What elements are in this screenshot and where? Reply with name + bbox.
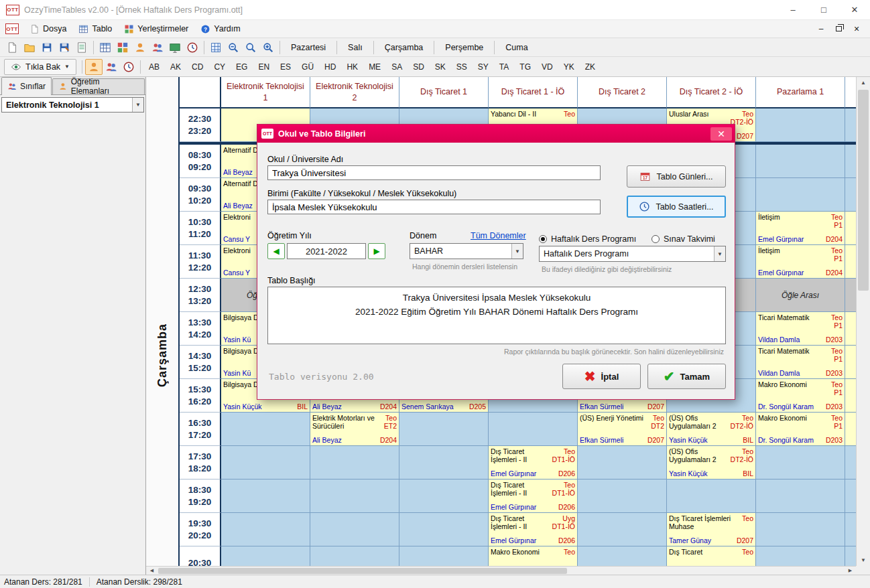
empty-slot[interactable] bbox=[578, 513, 667, 546]
maximize-icon[interactable]: □ bbox=[808, 0, 839, 20]
class-selector[interactable]: Elektronik Teknolojisi 1 ▼ bbox=[1, 97, 144, 113]
mdi-close-icon[interactable]: × bbox=[851, 24, 862, 33]
new-file-icon[interactable] bbox=[3, 40, 21, 56]
radio-haftalik-ders-programi[interactable]: Haftalık Ders Programı bbox=[539, 234, 636, 244]
empty-slot[interactable] bbox=[578, 446, 667, 480]
lesson-cell[interactable]: Dış Ticaret İşlemleri - IIUygDT1-İÖEmel … bbox=[489, 513, 578, 546]
term-selector[interactable]: BAHAR ▼ bbox=[410, 243, 523, 259]
tablo-gunleri-button[interactable]: 17 Tablo Günleri... bbox=[627, 165, 726, 188]
scroll-right-icon[interactable]: ▶ bbox=[845, 567, 856, 575]
empty-slot[interactable] bbox=[221, 513, 310, 546]
zoom-out-icon[interactable] bbox=[225, 40, 242, 56]
empty-slot[interactable] bbox=[399, 513, 489, 546]
lesson-cell[interactable]: Elektrik Motorları ve SürücüleriTeoET2Al… bbox=[310, 413, 399, 446]
lesson-cell[interactable]: İletişimTeoP1Emel GürpınarD204 bbox=[756, 245, 845, 279]
save-as-icon[interactable] bbox=[56, 40, 73, 56]
teacher-initials-tab[interactable]: GÜ bbox=[296, 59, 319, 75]
empty-slot[interactable] bbox=[399, 413, 489, 446]
teachers-icon[interactable] bbox=[149, 40, 166, 56]
empty-slot[interactable] bbox=[667, 480, 756, 513]
save-icon[interactable] bbox=[38, 40, 56, 56]
menu-yerlestirmeler[interactable]: Yerleştirmeler bbox=[118, 21, 194, 37]
empty-slot[interactable] bbox=[756, 546, 845, 566]
teacher-initials-tab[interactable]: TA bbox=[494, 59, 514, 75]
classroom-icon[interactable] bbox=[166, 40, 184, 56]
teacher-initials-tab[interactable]: SK bbox=[430, 59, 451, 75]
day-tab[interactable]: Cuma bbox=[497, 40, 536, 56]
teacher-initials-tab[interactable]: AB bbox=[143, 59, 165, 75]
mdi-minimize-icon[interactable]: – bbox=[816, 24, 826, 33]
empty-slot[interactable] bbox=[310, 546, 399, 566]
dialog-titlebar[interactable]: OTT Okul ve Tablo Bilgileri ✕ bbox=[257, 125, 735, 143]
lesson-cell[interactable]: Makro EkonomiTeoP1Dr. Songül KaramD203 bbox=[756, 379, 845, 413]
teacher-initials-tab[interactable]: AK bbox=[165, 59, 186, 75]
empty-slot[interactable] bbox=[756, 446, 845, 480]
column-header[interactable]: Pazarlama 1 bbox=[756, 77, 845, 108]
zoom-in-icon[interactable] bbox=[259, 40, 277, 56]
teacher-initials-tab[interactable]: CD bbox=[186, 59, 208, 75]
zoom-actual-icon[interactable] bbox=[242, 40, 259, 56]
lesson-cell[interactable]: İletişimTeoP1Emel GürpınarD204 bbox=[756, 212, 845, 245]
empty-slot[interactable] bbox=[221, 413, 310, 446]
tikla-bak-dropdown[interactable]: Tıkla Bak ▼ bbox=[4, 59, 76, 75]
empty-slot[interactable] bbox=[578, 546, 667, 566]
empty-slot[interactable] bbox=[399, 546, 489, 566]
empty-slot[interactable] bbox=[756, 513, 845, 546]
view-teachers-icon[interactable] bbox=[103, 59, 120, 75]
all-terms-link[interactable]: Tüm Dönemler bbox=[471, 231, 526, 240]
radio-unselected-icon[interactable] bbox=[651, 235, 660, 243]
teacher-initials-tab[interactable]: SD bbox=[408, 59, 430, 75]
teacher-initials-tab[interactable]: ME bbox=[363, 59, 386, 75]
report-icon[interactable] bbox=[73, 40, 90, 56]
menu-dosya[interactable]: Dosya bbox=[23, 21, 72, 37]
empty-slot[interactable] bbox=[310, 446, 399, 480]
unit-input[interactable] bbox=[267, 200, 601, 214]
column-header[interactable]: Dış Ticaret 2 bbox=[578, 77, 667, 108]
placements-icon[interactable] bbox=[114, 40, 131, 56]
schedule-type-selector[interactable]: Haftalık Ders Programı ▼ bbox=[539, 246, 726, 262]
day-tab[interactable]: Pazartesi bbox=[283, 40, 334, 56]
lesson-cell[interactable]: Dış Ticaret İşlemleri - IITeoDT1-İÖEmel … bbox=[489, 446, 578, 480]
teacher-initials-tab[interactable]: HK bbox=[341, 59, 363, 75]
ok-button[interactable]: ✔ Tamam bbox=[647, 364, 726, 389]
minimize-icon[interactable]: – bbox=[778, 0, 808, 20]
tab-siniflar[interactable]: Sınıflar bbox=[1, 77, 52, 95]
empty-slot[interactable] bbox=[756, 145, 845, 178]
teacher-initials-tab[interactable]: ES bbox=[275, 59, 296, 75]
horizontal-scroll-thumb[interactable] bbox=[158, 568, 567, 574]
empty-slot[interactable] bbox=[756, 108, 845, 142]
teacher-initials-tab[interactable]: CY bbox=[208, 59, 231, 75]
horizontal-scrollbar[interactable]: ◀ ▶ bbox=[146, 566, 856, 575]
empty-slot[interactable] bbox=[221, 446, 310, 480]
column-header[interactable]: Dış Ticaret 1 bbox=[399, 77, 489, 108]
teacher-initials-tab[interactable]: HD bbox=[319, 59, 341, 75]
lesson-cell[interactable]: (ÜS) Ofis Uygulamaları 2TeoDT2-İÖYasin K… bbox=[667, 413, 756, 446]
vertical-scrollbar[interactable]: ▲ ▼ bbox=[856, 77, 870, 566]
timetable-icon[interactable] bbox=[97, 40, 114, 56]
teacher-initials-tab[interactable]: SA bbox=[386, 59, 408, 75]
scroll-left-icon[interactable]: ◀ bbox=[146, 567, 158, 575]
teacher-initials-tab[interactable]: VD bbox=[536, 59, 558, 75]
empty-slot[interactable] bbox=[399, 480, 489, 513]
empty-slot[interactable] bbox=[756, 178, 845, 212]
lesson-cell[interactable]: Ticari MatematikTeoP1Vildan DamlaD203 bbox=[756, 312, 845, 346]
mdi-restore-icon[interactable] bbox=[836, 26, 842, 31]
table-title-textarea[interactable]: Trakya Üniversitesi İpsala Meslek Yüksek… bbox=[267, 287, 726, 344]
teacher-icon[interactable] bbox=[131, 40, 149, 56]
teacher-initials-tab[interactable]: EN bbox=[253, 59, 275, 75]
empty-slot[interactable] bbox=[489, 413, 578, 446]
day-tab[interactable]: Çarşamba bbox=[377, 40, 432, 56]
lesson-cell[interactable]: Dış Ticaret İşlemleri MuhaseTeoTamer Gün… bbox=[667, 513, 756, 546]
teacher-initials-tab[interactable]: EG bbox=[231, 59, 253, 75]
lesson-cell[interactable]: Dış Ticaret İşlemleri - IITeoDT1-İÖEmel … bbox=[489, 480, 578, 513]
column-header[interactable]: Dış Ticaret 2 - İÖ bbox=[667, 77, 756, 108]
scroll-up-icon[interactable]: ▲ bbox=[857, 77, 870, 88]
menu-yardim[interactable]: ? Yardım bbox=[194, 21, 246, 37]
tablo-saatleri-button[interactable]: Tablo Saatleri... bbox=[627, 196, 726, 218]
teacher-initials-tab[interactable]: ZK bbox=[580, 59, 601, 75]
day-tab[interactable]: Perşembe bbox=[437, 40, 491, 56]
lesson-cell[interactable]: Dış TicaretTeo bbox=[667, 546, 756, 566]
teacher-initials-tab[interactable]: SY bbox=[473, 59, 494, 75]
view-hours-icon[interactable] bbox=[120, 59, 137, 75]
view-classes-icon[interactable] bbox=[85, 59, 103, 75]
